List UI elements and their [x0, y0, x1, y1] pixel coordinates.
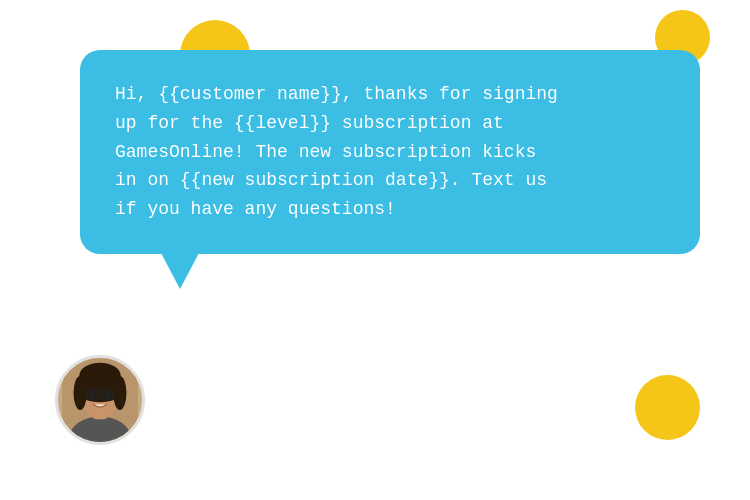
- avatar-wrapper: [55, 355, 145, 445]
- scene: Hi, {{customer name}}, thanks for signin…: [0, 0, 750, 500]
- decorative-circle-bottom-right: [635, 375, 700, 440]
- bubble-message-text: Hi, {{customer name}}, thanks for signin…: [115, 80, 665, 224]
- chat-bubble: Hi, {{customer name}}, thanks for signin…: [80, 50, 700, 254]
- avatar: [55, 355, 145, 445]
- chat-bubble-wrapper: Hi, {{customer name}}, thanks for signin…: [80, 50, 700, 254]
- svg-point-8: [89, 391, 97, 399]
- svg-point-6: [74, 376, 87, 410]
- svg-point-7: [113, 376, 126, 410]
- avatar-illustration: [60, 357, 140, 442]
- svg-point-9: [104, 391, 112, 399]
